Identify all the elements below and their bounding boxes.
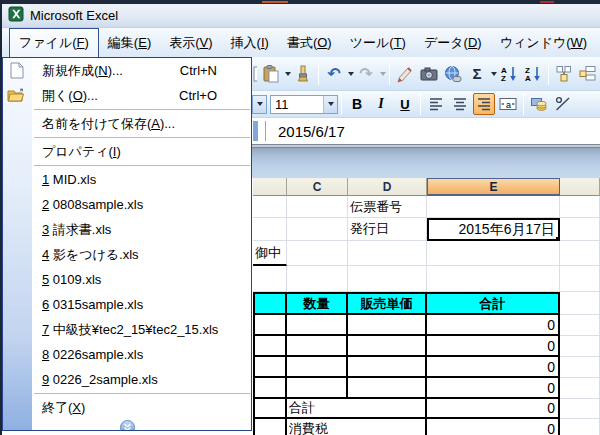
menu-separator: [34, 137, 250, 138]
voucher-number-label-cell[interactable]: 伝票番号: [348, 196, 427, 218]
menu-separator: [34, 165, 250, 166]
redo-dropdown-icon[interactable]: [380, 72, 386, 76]
formula-bar-divider: [265, 121, 266, 141]
menu-separator: [34, 109, 250, 110]
sort-descending-button[interactable]: Z A: [522, 63, 544, 85]
menu-item-recent-file-8[interactable]: 8 0226sample.xls: [33, 342, 251, 367]
file-menu-icon-gutter: [3, 58, 32, 430]
menubar-item-format[interactable]: 書式(O): [278, 28, 341, 57]
column-header-b[interactable]: [253, 178, 287, 196]
font-size-dropdown-icon[interactable]: [323, 96, 337, 113]
insert-rows-button[interactable]: [577, 63, 599, 85]
menu-item-save-as[interactable]: 名前を付けて保存(A)...: [33, 111, 251, 136]
qty-header-cell[interactable]: 数量: [287, 292, 348, 315]
font-name-dropdown-icon[interactable]: [252, 95, 267, 114]
file-menu-panel: 新規作成(N)... Ctrl+N 開く(O)... Ctrl+O 名前を付けて…: [2, 57, 252, 431]
menu-expand-chevron-icon[interactable]: [120, 420, 135, 431]
menu-item-recent-file-6[interactable]: 6 0315sample.xls: [33, 292, 251, 317]
menu-item-recent-file-4[interactable]: 4 影をつける.xls: [33, 242, 251, 267]
item-total-cell[interactable]: 0: [427, 315, 560, 336]
copy-icon[interactable]: [252, 65, 257, 83]
excel-logo-icon: [8, 6, 24, 25]
autosum-dropdown-icon[interactable]: [491, 72, 497, 76]
paste-dropdown-icon[interactable]: [285, 72, 291, 76]
formula-bar-value: 2015/6/17: [278, 123, 345, 140]
issue-date-label-cell[interactable]: 発行日: [348, 218, 427, 241]
menu-item-recent-file-3[interactable]: 3 請求書.xls: [33, 217, 251, 242]
item-total-cell[interactable]: 0: [427, 357, 560, 378]
menu-separator: [34, 393, 250, 394]
bold-button[interactable]: B: [346, 93, 368, 115]
window-left-edge: [0, 0, 2, 435]
menu-item-open[interactable]: 開く(O)... Ctrl+O: [33, 83, 251, 108]
fill-handle[interactable]: [555, 236, 559, 240]
sum-value-cell[interactable]: 0: [427, 399, 560, 419]
sort-ascending-button[interactable]: A Z: [498, 63, 520, 85]
column-header-d[interactable]: D: [348, 178, 427, 196]
menubar-item-window[interactable]: ウィンドウ(W): [491, 28, 596, 57]
menubar-item-data[interactable]: データ(D): [415, 28, 491, 57]
insert-cells-button[interactable]: [553, 63, 575, 85]
svg-text:a: a: [506, 100, 511, 110]
menubar-item-tools[interactable]: ツール(T): [341, 28, 415, 57]
new-document-icon: [7, 62, 25, 80]
item-total-cell[interactable]: 0: [427, 378, 560, 399]
format-painter-button[interactable]: [292, 63, 314, 85]
menu-item-exit[interactable]: 終了(X): [33, 395, 251, 420]
column-header-e-selected[interactable]: E: [427, 178, 560, 196]
window-title: Microsoft Excel: [30, 8, 118, 23]
name-box-divider: [253, 121, 258, 141]
align-center-button[interactable]: [449, 93, 471, 115]
menu-item-new[interactable]: 新規作成(N)... Ctrl+N: [33, 58, 251, 83]
sum-label-cell[interactable]: 合計: [287, 399, 427, 419]
underline-button[interactable]: U: [394, 93, 416, 115]
tax-label-cell[interactable]: 消費税: [287, 419, 427, 435]
undo-dropdown-icon[interactable]: [348, 72, 354, 76]
currency-style-button[interactable]: [528, 93, 550, 115]
column-header-c[interactable]: C: [287, 178, 348, 196]
menubar-item-view[interactable]: 表示(V): [160, 28, 221, 57]
menubar-item-insert[interactable]: 挿入(I): [222, 28, 278, 57]
autosum-button[interactable]: Σ: [466, 63, 488, 85]
svg-text:A: A: [525, 74, 531, 83]
excel-window: Microsoft Excel ファイル(F) 編集(E) 表示(V) 挿入(I…: [0, 0, 600, 435]
item-total-cell[interactable]: 0: [427, 336, 560, 357]
italic-button[interactable]: I: [370, 93, 392, 115]
total-header-cell[interactable]: 合計: [427, 292, 560, 315]
addressee-cell[interactable]: 御中: [253, 241, 287, 266]
title-bar[interactable]: Microsoft Excel: [0, 4, 600, 28]
open-folder-icon: [7, 87, 25, 105]
svg-text:Z: Z: [501, 74, 506, 83]
hyperlink-globe-button[interactable]: [442, 63, 464, 85]
paste-button[interactable]: [260, 63, 282, 85]
column-header-f[interactable]: [560, 178, 600, 196]
align-right-button[interactable]: [473, 93, 495, 115]
camera-button[interactable]: [418, 63, 440, 85]
menu-item-recent-file-7[interactable]: 7 中級技¥tec2_15¥tec2_15.xls: [33, 317, 251, 342]
align-left-button[interactable]: [425, 93, 447, 115]
menubar-item-help[interactable]: ヘル: [596, 28, 600, 57]
menubar-item-edit[interactable]: 編集(E): [99, 28, 160, 57]
menubar-item-file[interactable]: ファイル(F): [9, 28, 99, 57]
merge-center-button[interactable]: a: [497, 93, 519, 115]
undo-button[interactable]: ↶: [323, 63, 345, 85]
menu-item-recent-file-9[interactable]: 9 0226_2sample.xls: [33, 367, 251, 392]
tax-value-cell[interactable]: 0: [427, 419, 560, 435]
percent-style-button[interactable]: [552, 93, 574, 115]
ink-pen-button[interactable]: [394, 63, 416, 85]
menu-bar: ファイル(F) 編集(E) 表示(V) 挿入(I) 書式(O) ツール(T) デ…: [0, 28, 600, 57]
menu-item-recent-file-5[interactable]: 5 0109.xls: [33, 267, 251, 292]
redo-button[interactable]: ↷: [355, 63, 377, 85]
menu-item-recent-file-1[interactable]: 1 MID.xls: [33, 167, 251, 192]
active-cell-issue-date[interactable]: 2015年6月17日: [427, 218, 560, 241]
unit-price-header-cell[interactable]: 販売単価: [348, 292, 427, 315]
font-size-value: 11: [271, 97, 323, 112]
menu-item-recent-file-2[interactable]: 2 0808sample.xls: [33, 192, 251, 217]
menu-item-properties[interactable]: プロパティ(I): [33, 139, 251, 164]
font-size-combobox[interactable]: 11: [270, 95, 338, 114]
